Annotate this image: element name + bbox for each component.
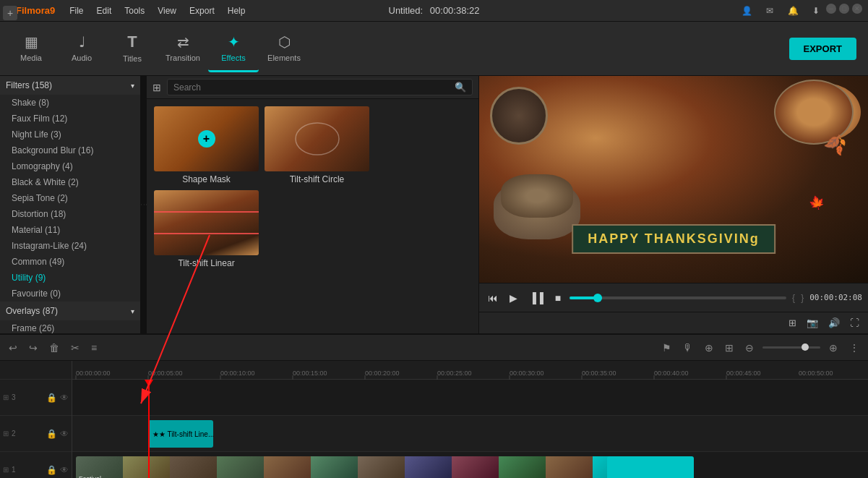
clip-fx-star: ★	[152, 430, 159, 438]
out-point[interactable]: }	[801, 293, 804, 303]
effects-grid: + Shape Mask Tilt-shift Circle	[147, 99, 478, 276]
cut-button[interactable]: ✂	[68, 341, 82, 355]
player-controls: ⏮ ▶ ▐▐ ■ { } 00:00:02:08	[479, 283, 868, 312]
track-2-eye[interactable]: 👁	[60, 429, 69, 439]
track-2-icons: 🔒 👁	[46, 429, 69, 439]
filters-header[interactable]: Filters (158) ▾	[0, 76, 140, 95]
search-input[interactable]	[173, 82, 455, 93]
grid-view-icon[interactable]: ⊞	[152, 82, 161, 93]
track-3-eye[interactable]: 👁	[60, 393, 69, 403]
effect-thumb-tilt-shift-circle	[265, 106, 369, 171]
media-add-icon[interactable]: ⊞	[722, 341, 736, 355]
close-button[interactable]: ✕	[852, 4, 862, 14]
filter-instagram[interactable]: Instagram-Like (24)	[0, 238, 140, 254]
timeline-cursor[interactable]	[148, 380, 150, 478]
delete-button[interactable]: 🗑	[46, 341, 62, 355]
stop-button[interactable]: ■	[552, 291, 564, 305]
more-options-icon[interactable]: ⋮	[846, 341, 862, 355]
titles-tool[interactable]: T Titles	[107, 25, 158, 72]
media-tool[interactable]: ▦ Media	[6, 25, 56, 72]
download-icon[interactable]: ⬇	[809, 4, 823, 18]
track-2-clip[interactable]: ★ ★ Tilt-shift Line...	[148, 420, 213, 448]
track-2-lock[interactable]: 🔒	[46, 429, 57, 439]
skip-back-button[interactable]: ⏮	[485, 291, 501, 305]
volume-icon[interactable]: 🔊	[825, 316, 843, 330]
menu-export[interactable]: Export	[184, 4, 220, 17]
preview-panel: 🍂 🍁 HAPPY THANKSGIVINg ⏮ ▶ ▐▐ ■ { } 00:0…	[479, 76, 868, 333]
filter-favourite[interactable]: Favourite (0)	[0, 286, 140, 302]
filter-material[interactable]: Material (11)	[0, 222, 140, 238]
zoom-in-icon[interactable]: ⊕	[826, 341, 841, 355]
transition-tool[interactable]: ⇄ Transition	[158, 25, 208, 72]
track-1-num: 1	[12, 466, 16, 474]
filter-distortion[interactable]: Distortion (18)	[0, 206, 140, 222]
track-1-label: ⊞ 1 🔒 👁	[0, 452, 72, 478]
in-point[interactable]: {	[792, 293, 795, 303]
export-button[interactable]: EXPORT	[789, 38, 856, 60]
fit-screen-icon[interactable]: ⊞	[786, 316, 799, 330]
filter-utility[interactable]: Utility (9)	[0, 270, 140, 286]
maximize-button[interactable]: □	[839, 4, 849, 14]
search-icon: 🔍	[455, 82, 466, 93]
redo-button[interactable]: ↪	[26, 341, 40, 355]
title-label: Untitled:	[388, 5, 423, 16]
filter-background-blur[interactable]: Background Blur (16)	[0, 142, 140, 158]
pause-button[interactable]: ▐▐	[526, 291, 546, 305]
filter-shake[interactable]: Shake (8)	[0, 95, 140, 111]
play-button[interactable]: ▶	[507, 291, 520, 305]
audio-tool[interactable]: ♩ Audio	[56, 25, 107, 72]
mic-icon[interactable]: 🎙	[680, 341, 696, 355]
record-icon[interactable]: ⊕	[702, 341, 716, 355]
video-filmstrip[interactable]: Festival ...	[76, 456, 632, 478]
menu-edit[interactable]: Edit	[91, 4, 118, 17]
track-3-lock[interactable]: 🔒	[46, 393, 57, 403]
snapshot-icon[interactable]: 📷	[804, 316, 821, 330]
track-3-icons: 🔒 👁	[46, 393, 69, 403]
zoom-out-icon[interactable]: ⊖	[742, 341, 757, 355]
account-icon[interactable]: 👤	[739, 4, 754, 18]
notification-icon[interactable]: 🔔	[786, 4, 800, 18]
effects-tool[interactable]: ✦ Effects	[208, 25, 259, 72]
zoom-slider[interactable]	[762, 346, 820, 349]
menu-tools[interactable]: Tools	[119, 4, 150, 17]
filter-faux-film[interactable]: Faux Film (12)	[0, 111, 140, 127]
secondary-controls: ⊞ 📷 🔊 ⛶	[479, 312, 868, 333]
minimize-button[interactable]: ─	[826, 4, 836, 14]
track-1-eye[interactable]: 👁	[60, 465, 69, 475]
add-effect-icon: +	[198, 130, 215, 148]
preview-video: 🍂 🍁 HAPPY THANKSGIVINg	[479, 76, 868, 283]
progress-bar[interactable]	[570, 296, 786, 299]
media-label: Media	[20, 54, 42, 62]
elements-tool[interactable]: ⬡ Elements	[259, 25, 309, 72]
filter-night-life[interactable]: Night Life (3)	[0, 127, 140, 142]
app-name: Filmora9	[16, 5, 55, 16]
menu-file[interactable]: File	[64, 4, 89, 17]
filter-sepia-tone[interactable]: Sepia Tone (2)	[0, 190, 140, 206]
left-divider[interactable]: ⋮	[141, 76, 147, 333]
effect-thumb-shape-mask: +	[154, 106, 259, 171]
filter-black-white[interactable]: Black & White (2)	[0, 174, 140, 190]
marker-icon[interactable]: ⚑	[659, 341, 674, 355]
overlays-header[interactable]: Overlays (87) ▾	[0, 302, 140, 320]
ruler-svg	[72, 361, 868, 380]
undo-button[interactable]: ↩	[6, 341, 20, 355]
tracks-body: ★ ★ Tilt-shift Line... Festival ...	[72, 380, 868, 478]
timeline-tracks: 00:00:00:00 00:00:05:00 00:00:10:00 00:0…	[72, 361, 868, 478]
effect-tilt-shift-circle[interactable]: Tilt-shift Circle	[265, 106, 369, 184]
filter-frame[interactable]: Frame (26)	[0, 320, 140, 333]
filter-common[interactable]: Common (49)	[0, 254, 140, 270]
effect-shape-mask[interactable]: + Shape Mask	[154, 106, 259, 184]
filters-header-label: Filters (158)	[6, 80, 52, 90]
split-button[interactable]: ≡	[88, 341, 100, 355]
mail-icon[interactable]: ✉	[762, 4, 777, 18]
fullscreen-icon[interactable]: ⛶	[847, 316, 862, 330]
menu-view[interactable]: View	[152, 4, 182, 17]
track-1-lock[interactable]: 🔒	[46, 465, 57, 475]
track-2-label: ⊞ 2 🔒 👁	[0, 416, 72, 452]
elements-icon: ⬡	[278, 33, 291, 51]
timecode-display: 00:00:02:08	[809, 293, 862, 302]
menu-help[interactable]: Help	[222, 4, 252, 17]
video-clip-end[interactable]	[607, 456, 694, 478]
effect-tilt-shift-linear[interactable]: Tilt-shift Linear	[154, 190, 259, 268]
filter-lomography[interactable]: Lomography (4)	[0, 158, 140, 174]
